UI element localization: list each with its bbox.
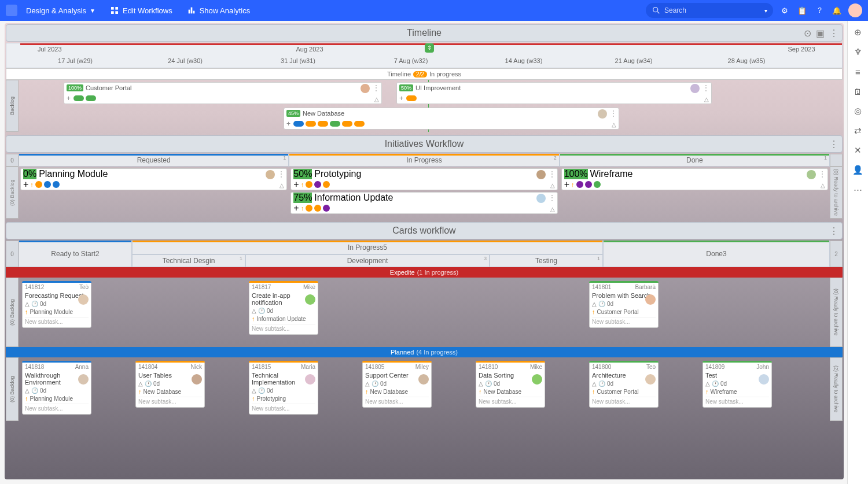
- card-more-icon[interactable]: ⋮: [703, 84, 709, 92]
- column-header-ready[interactable]: Ready to Start 2: [19, 241, 132, 267]
- column-header-requested[interactable]: Requested 1: [19, 154, 289, 167]
- search-dropdown-icon[interactable]: ▾: [764, 8, 767, 14]
- add-subtask-icon[interactable]: +: [286, 120, 290, 128]
- new-subtask-link[interactable]: New subtask...: [479, 397, 542, 405]
- search-input[interactable]: [664, 6, 761, 14]
- archive-lane[interactable]: (0) Ready to archive: [830, 167, 843, 219]
- add-subtask-icon[interactable]: +: [67, 94, 71, 102]
- section-more-icon[interactable]: ⋮: [829, 226, 838, 237]
- timeline-rows[interactable]: Backlog 100%Customer Portal + ⋮ △50%UI I…: [6, 80, 843, 132]
- kanban-card[interactable]: 141815Maria ⋮ Technical Implementation △…: [249, 361, 318, 415]
- assignee-avatar[interactable]: [78, 294, 89, 305]
- add-subtask-icon[interactable]: +: [293, 203, 299, 213]
- timeline-band-header[interactable]: Timeline 2/2 In progress: [6, 68, 843, 80]
- person-icon[interactable]: 👤: [852, 164, 864, 176]
- card-more-icon[interactable]: ⋮: [819, 170, 826, 178]
- planned-row[interactable]: (0) Backlog (2) Ready to archive 141818A…: [6, 357, 843, 421]
- kanban-card[interactable]: 141804Nick ⋮ User Tables △🕐0d ↑New Datab…: [135, 361, 205, 408]
- swimlane-expedite[interactable]: Expedite (1 In progress): [6, 267, 843, 278]
- initiative-card[interactable]: 50%Prototyping +↑ ⋮ △: [290, 168, 557, 190]
- kanban-card[interactable]: 141818Anna ⋮ Walkthrough Environment △🕐0…: [22, 361, 91, 415]
- subcolumn-development[interactable]: Development 3: [245, 254, 490, 267]
- kanban-card[interactable]: 141810Mike ⋮ Data Sorting △🕐0d ↑New Data…: [476, 361, 545, 408]
- expedite-row[interactable]: (0) Backlog (0) Ready to archive 141812T…: [6, 278, 843, 347]
- add-subtask-icon[interactable]: +: [293, 179, 299, 190]
- app-logo[interactable]: [6, 5, 17, 16]
- assignee-avatar[interactable]: [305, 294, 315, 305]
- subcolumn-technical-design[interactable]: Technical Desgin 1: [132, 254, 245, 267]
- section-more-icon[interactable]: ⋮: [829, 28, 838, 39]
- user-avatar[interactable]: [848, 3, 862, 17]
- transfer-icon[interactable]: ⇄: [852, 125, 864, 136]
- add-icon[interactable]: ⊕: [852, 27, 864, 38]
- assignee-avatar[interactable]: [759, 374, 769, 385]
- backlog-lane[interactable]: (0) Backlog: [6, 167, 19, 219]
- card-more-icon[interactable]: ⋮: [549, 170, 556, 178]
- card-more-icon[interactable]: ⋮: [764, 363, 770, 369]
- zoom-target-icon[interactable]: ⊙: [804, 28, 811, 39]
- search-box[interactable]: ▾: [646, 3, 773, 18]
- new-subtask-link[interactable]: New subtask...: [592, 397, 656, 405]
- settings-icon[interactable]: ⚙: [779, 5, 790, 16]
- add-subtask-icon[interactable]: +: [399, 94, 403, 102]
- add-subtask-icon[interactable]: +: [23, 179, 28, 190]
- assignee-avatar[interactable]: [645, 374, 656, 385]
- kanban-card[interactable]: 141800Teo ⋮ Architecture △🕐0d ↑Customer …: [589, 361, 659, 408]
- subcolumn-testing[interactable]: Testing 1: [490, 254, 603, 267]
- filter-icon[interactable]: ≡: [852, 66, 864, 77]
- card-more-icon[interactable]: ⋮: [651, 283, 657, 289]
- collapsed-column[interactable]: [830, 154, 843, 167]
- collapsed-column[interactable]: 0: [6, 241, 19, 267]
- new-subtask-link[interactable]: New subtask...: [138, 397, 202, 405]
- backlog-lane[interactable]: Backlog: [6, 80, 19, 132]
- kanban-card[interactable]: 141809John ⋮ Test △🕐0d ↑Wireframe New su…: [703, 361, 772, 408]
- swimlane-planned[interactable]: Planned (4 In progress): [6, 347, 843, 357]
- tools-icon[interactable]: ✕: [852, 145, 864, 156]
- kanban-card[interactable]: 141805Miley ⋮ Support Center △🕐0d ↑New D…: [362, 361, 432, 408]
- new-subtask-link[interactable]: New subtask...: [365, 397, 429, 405]
- backlog-lane[interactable]: (0) Backlog: [6, 278, 19, 347]
- new-subtask-link[interactable]: New subtask...: [25, 404, 89, 412]
- card-more-icon[interactable]: ⋮: [311, 283, 317, 289]
- today-icon[interactable]: ▣: [816, 28, 825, 39]
- assignee-avatar[interactable]: [305, 374, 315, 385]
- initiative-card[interactable]: 100%Wireframe +↑ ⋮ △: [561, 168, 828, 190]
- assignee-avatar[interactable]: [532, 374, 542, 385]
- column-header-in-progress[interactable]: In Progress 5: [132, 241, 603, 254]
- more-icon[interactable]: ⋯: [852, 184, 864, 195]
- backlog-lane[interactable]: (0) Backlog: [6, 357, 19, 421]
- initiative-card[interactable]: 75%Information Update +↑ ⋮ △: [290, 192, 557, 214]
- card-more-icon[interactable]: ⋮: [538, 363, 543, 369]
- card-more-icon[interactable]: ⋮: [197, 363, 203, 369]
- card-more-icon[interactable]: ⋮: [278, 170, 285, 178]
- show-analytics-button[interactable]: Show Analytics: [187, 6, 250, 15]
- hierarchy-icon[interactable]: ♆: [852, 46, 864, 58]
- clipboard-icon[interactable]: 📋: [796, 5, 808, 16]
- new-subtask-link[interactable]: New subtask...: [25, 317, 89, 325]
- column-header-done[interactable]: Done 3: [603, 241, 830, 267]
- new-subtask-link[interactable]: New subtask...: [252, 404, 315, 412]
- kanban-card[interactable]: 141812Teo ⋮ Forecasting Request △🕐0d ↑Pl…: [22, 281, 91, 328]
- edit-workflows-button[interactable]: Edit Workflows: [110, 6, 172, 15]
- kanban-card[interactable]: 141801Barbara ⋮ Problem with Search △🕐0d…: [589, 281, 659, 328]
- new-subtask-link[interactable]: New subtask...: [252, 324, 315, 332]
- card-more-icon[interactable]: ⋮: [84, 363, 90, 369]
- timeline-axis[interactable]: Jul 2023 Aug 2023 Sep 2023 17 Jul (w29)2…: [6, 43, 843, 68]
- assignee-avatar[interactable]: [645, 294, 656, 305]
- card-more-icon[interactable]: ⋮: [373, 84, 380, 92]
- timeline-card[interactable]: 100%Customer Portal + ⋮ △: [64, 82, 382, 104]
- column-header-done[interactable]: Done 1: [560, 154, 830, 167]
- bell-icon[interactable]: 🔔: [831, 5, 843, 16]
- calendar-icon[interactable]: 🗓: [852, 86, 864, 97]
- timeline-card[interactable]: 50%UI Improvement + ⋮ △: [396, 82, 712, 104]
- workspace-selector[interactable]: Design & Analysis ▼: [26, 6, 95, 15]
- archive-lane[interactable]: (0) Ready to archive: [830, 278, 843, 347]
- timeline-card[interactable]: 45%New Database + ⋮ △: [284, 108, 619, 130]
- target-icon[interactable]: ◎: [852, 105, 864, 117]
- collapsed-column[interactable]: 2: [830, 241, 843, 267]
- card-more-icon[interactable]: ⋮: [651, 363, 657, 369]
- card-more-icon[interactable]: ⋮: [424, 363, 430, 369]
- collapsed-column[interactable]: 0: [6, 154, 19, 167]
- new-subtask-link[interactable]: New subtask...: [705, 397, 769, 405]
- assignee-avatar[interactable]: [192, 374, 202, 385]
